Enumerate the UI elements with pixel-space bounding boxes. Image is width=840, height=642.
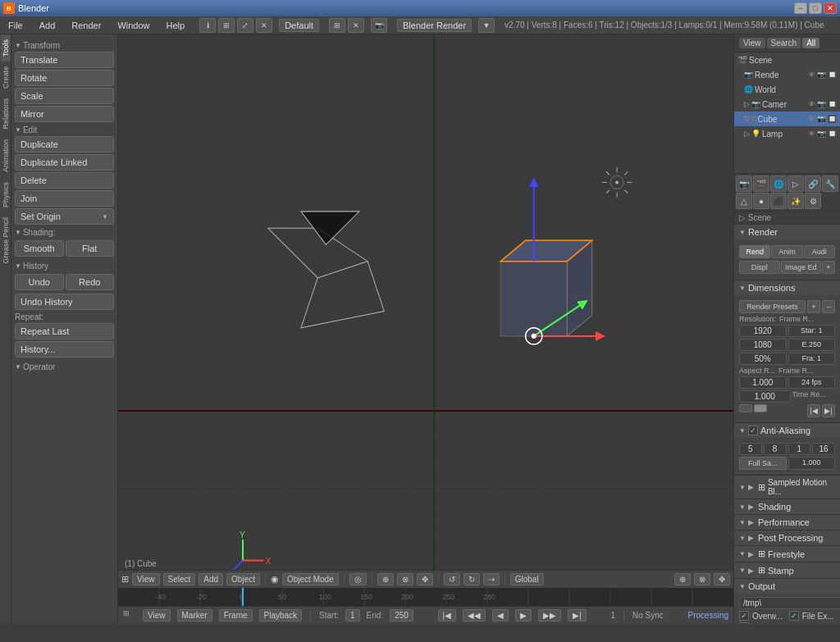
star-field[interactable]: Star: 1 [788,325,836,337]
viewport-icon1[interactable]: ⊕ [674,573,691,585]
performance-header[interactable]: ▶ Performance [734,515,840,530]
presets-add[interactable]: + [807,300,820,313]
outliner-tab-search[interactable]: Search [767,38,801,48]
aa-val-3[interactable]: 1 [788,443,811,455]
render-section-header[interactable]: Render [734,225,840,239]
transform-button1[interactable]: ↺ [444,573,460,585]
outliner-item-camera[interactable]: ▷ 📷 Camer 👁 📷 🔲 [734,97,840,112]
edit-section-title[interactable]: Edit [15,125,114,134]
scene-selector[interactable]: Default [279,19,319,32]
prop-icon-object[interactable]: ▷ [788,175,804,192]
icon-close2[interactable]: ✕ [256,18,272,33]
prop-icon-constraint[interactable]: 🔗 [805,175,821,192]
flat-button[interactable]: Flat [66,240,115,257]
transform-button3[interactable]: ⇢ [483,573,500,585]
pivot-selector[interactable]: ◎ [349,573,367,585]
translate-button[interactable]: Translate [15,52,114,68]
prop-icon-scene[interactable]: 🎬 [753,175,769,192]
icon-info[interactable]: ℹ [199,18,216,33]
history-button[interactable]: History... [15,341,114,357]
outliner-item-scene[interactable]: 🎬 Scene [734,52,840,67]
engine-dropdown[interactable]: ▼ [478,18,495,33]
output-path-input[interactable] [739,597,840,609]
viewport-header-icon[interactable]: ⊞ [121,574,129,585]
icon-maximize[interactable]: ⤢ [237,18,253,33]
scene-icon-close[interactable]: ✕ [348,18,364,33]
prop-icon-texture[interactable]: ⬛ [770,193,787,209]
status-marker[interactable]: Marker [177,609,212,622]
smooth-button[interactable]: Smooth [15,240,64,257]
aa-section-header[interactable]: Anti-Aliasing [734,423,840,438]
freestyle-header[interactable]: ▶ ⊞ Freestyle [734,546,840,562]
pct-field[interactable]: 50% [739,353,787,365]
aa-val-1[interactable]: 5 [739,443,762,455]
image-ed-tab[interactable]: Image Ed [781,261,822,274]
set-origin-button[interactable]: Set Origin [15,208,114,225]
vtab-tools[interactable]: Tools [1,34,11,61]
vtab-relations[interactable]: Relations [1,93,11,134]
outliner-item-world[interactable]: 🌐 World [734,82,840,97]
aa-val-4[interactable]: 16 [812,443,835,455]
play-fwd-button[interactable]: ▶▶ [538,609,561,622]
engine-selector[interactable]: Blender Render [397,19,472,32]
mirror-button[interactable]: Mirror [15,106,114,122]
vtab-animation[interactable]: Animation [1,134,11,177]
play-button[interactable]: ▶ [515,609,532,622]
add-menu-button[interactable]: Add [199,573,223,585]
prop-icon-render[interactable]: 📷 [736,175,752,192]
prop-icon-data[interactable]: △ [736,193,752,209]
operator-section-title[interactable]: Operator [15,362,114,371]
global-selector[interactable]: Global [510,573,544,585]
outliner-item-lamp[interactable]: ▷ 💡 Lamp 👁 📷 🔲 [734,126,840,141]
viewport[interactable]: User Persp [118,34,733,588]
aa-checkbox[interactable] [748,426,758,435]
menu-window[interactable]: Window [112,19,154,32]
post-processing-header[interactable]: ▶ Post Processing [734,530,840,545]
mode-selector[interactable]: Object Mode [282,573,339,585]
snap-button[interactable]: ⊕ [377,573,394,585]
status-icon[interactable]: ⊞ [123,609,136,622]
render-tab-anim[interactable]: Anim [771,245,802,258]
vtab-physics[interactable]: Physics [1,177,11,212]
history-section-title[interactable]: History [15,262,114,271]
vtab-grease-pencil[interactable]: Grease Pencil [1,212,11,269]
status-view[interactable]: View [143,609,171,622]
undo-history-button[interactable]: Undo History [15,294,114,310]
join-button[interactable]: Join [15,190,114,207]
dimensions-section-header[interactable]: Dimensions [734,280,840,295]
close-button[interactable]: ✕ [824,2,837,14]
end-value[interactable]: 250 [390,609,413,622]
outliner-tab-view[interactable]: View [739,38,765,48]
duplicate-linked-button[interactable]: Duplicate Linked [15,154,114,171]
view-menu-button[interactable]: View [132,573,160,585]
menu-help[interactable]: Help [162,19,190,32]
scale-button[interactable]: Scale [15,88,114,104]
timeline[interactable]: -40 -20 0 50 100 150 200 250 280 [118,588,733,606]
vtab-create[interactable]: Create [1,61,11,93]
prop-icon-modifier[interactable]: 🔧 [822,175,838,192]
play-start-btn[interactable]: |◀ [807,404,820,417]
aa-val-2[interactable]: 8 [764,443,787,455]
render-tab-rend[interactable]: Rend [739,245,770,258]
snap-button2[interactable]: ⊗ [397,573,413,585]
maximize-button[interactable]: □ [809,2,822,14]
stamp-header[interactable]: ▶ ⊞ Stamp [734,562,840,578]
play-prev-button[interactable]: ◀◀ [463,609,486,622]
overwrite-checkbox[interactable] [739,611,749,621]
transform-button2[interactable]: ↻ [463,573,480,585]
render-icon[interactable]: 🔲 [828,71,837,79]
menu-file[interactable]: File [3,19,28,32]
eye-icon[interactable]: 👁 [808,71,815,79]
fps-field[interactable]: 24 fps [788,376,836,389]
full-sa-btn[interactable]: Full Sa... [739,457,787,470]
undo-button[interactable]: Undo [15,274,64,290]
res-y-field[interactable]: 1080 [739,339,787,351]
display-tab[interactable]: Displ [739,261,780,274]
menu-render[interactable]: Render [66,19,106,32]
full-sa-val[interactable]: 1.000 [788,457,836,470]
minimize-button[interactable]: – [794,2,807,14]
outliner-item-rende[interactable]: 📷 Rende 👁 📷 🔲 [734,67,840,82]
outliner-item-cube[interactable]: ▽ □ Cube 👁 📷 🔲 [734,112,840,126]
status-playback[interactable]: Playback [259,609,303,622]
output-section-header[interactable]: Output [734,579,840,594]
